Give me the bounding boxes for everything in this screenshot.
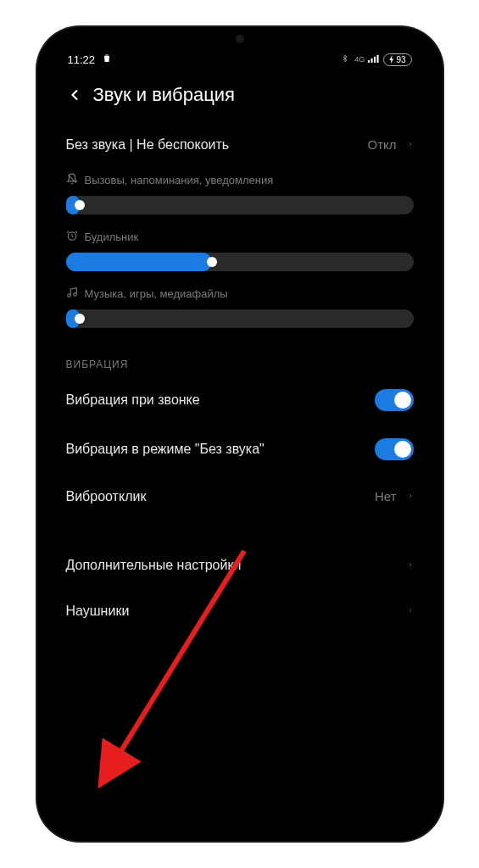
advanced-settings-label: Дополнительные настройки bbox=[66, 556, 242, 575]
dnd-label: Без звука | Не беспокоить bbox=[66, 136, 230, 154]
haptic-value: Нет bbox=[375, 489, 397, 504]
music-icon bbox=[66, 287, 78, 301]
network-type: 4G bbox=[354, 55, 365, 64]
page-title: Звук и вибрация bbox=[93, 84, 235, 106]
vibrate-silent-row[interactable]: Вибрация в режиме "Без звука" bbox=[66, 425, 414, 474]
svg-rect-0 bbox=[368, 60, 370, 63]
ring-slider[interactable] bbox=[66, 196, 414, 214]
dnd-value: Откл bbox=[367, 137, 396, 152]
status-time: 11:22 bbox=[68, 53, 96, 66]
bell-off-icon bbox=[66, 173, 78, 187]
alarm-icon bbox=[66, 230, 78, 244]
advanced-settings-row[interactable]: Дополнительные настройки bbox=[66, 542, 414, 588]
battery-percent: 93 bbox=[396, 55, 405, 64]
trash-icon bbox=[102, 53, 112, 66]
headphones-label: Наушники bbox=[66, 602, 130, 620]
svg-rect-3 bbox=[377, 54, 379, 62]
svg-rect-2 bbox=[374, 56, 376, 62]
back-button[interactable] bbox=[59, 80, 90, 110]
notch bbox=[172, 27, 308, 51]
chevron-right-icon bbox=[407, 489, 414, 504]
battery-indicator: 93 bbox=[383, 53, 411, 66]
chevron-right-icon bbox=[407, 137, 414, 152]
header: Звук и вибрация bbox=[49, 73, 431, 122]
media-volume-block: Музыка, игры, медиафайлы bbox=[66, 287, 414, 328]
haptic-row[interactable]: Виброотклик Нет bbox=[66, 474, 414, 520]
svg-rect-1 bbox=[371, 58, 373, 63]
signal-icon bbox=[368, 53, 380, 66]
screen: 11:22 4G 93 bbox=[49, 39, 431, 829]
chevron-right-icon bbox=[407, 604, 414, 619]
haptic-label: Виброотклик bbox=[66, 487, 147, 506]
alarm-slider[interactable] bbox=[66, 253, 414, 271]
alarm-slider-label: Будильник bbox=[85, 231, 139, 243]
phone-frame: 11:22 4G 93 bbox=[37, 27, 443, 841]
vibrate-silent-toggle[interactable] bbox=[375, 438, 414, 460]
ring-volume-block: Вызовы, напоминания, уведомления bbox=[66, 173, 414, 214]
headphones-row[interactable]: Наушники bbox=[66, 588, 414, 634]
chevron-right-icon bbox=[407, 558, 414, 573]
vibration-section-header: ВИБРАЦИЯ bbox=[66, 359, 414, 370]
media-slider-label: Музыка, игры, медиафайлы bbox=[85, 287, 228, 300]
vibrate-silent-label: Вибрация в режиме "Без звука" bbox=[66, 440, 265, 459]
ring-slider-label: Вызовы, напоминания, уведомления bbox=[85, 174, 274, 186]
media-slider[interactable] bbox=[66, 309, 414, 328]
vibrate-on-call-row[interactable]: Вибрация при звонке bbox=[66, 376, 414, 425]
alarm-volume-block: Будильник bbox=[66, 230, 414, 271]
dnd-row[interactable]: Без звука | Не беспокоить Откл bbox=[66, 122, 414, 168]
vibrate-on-call-label: Вибрация при звонке bbox=[66, 391, 200, 409]
vibrate-on-call-toggle[interactable] bbox=[375, 389, 414, 411]
bluetooth-icon bbox=[341, 53, 349, 67]
